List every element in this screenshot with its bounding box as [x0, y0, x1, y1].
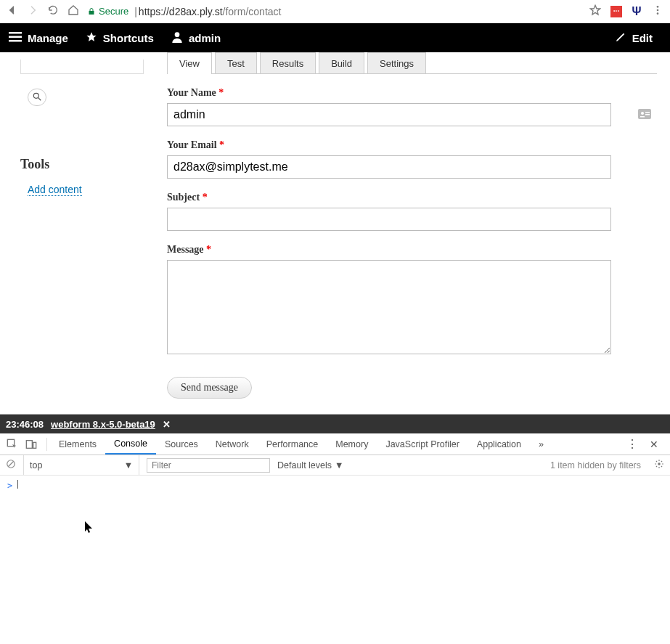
devtools-titlebar: 23:46:08 webform 8.x-5.0-beta19 ✕	[0, 415, 670, 433]
svg-line-9	[38, 97, 41, 100]
svg-point-3	[657, 12, 659, 15]
edit-label: Edit	[632, 32, 653, 44]
user-label: admin	[189, 32, 221, 44]
forward-icon[interactable]	[26, 4, 39, 19]
search-icon	[32, 91, 42, 104]
secure-label: Secure	[99, 6, 128, 17]
svg-point-11	[641, 112, 644, 115]
subject-label: Subject *	[167, 192, 657, 203]
back-icon[interactable]	[6, 4, 19, 19]
console-filter-input[interactable]	[147, 458, 270, 473]
sidebar: Tools Add content	[0, 52, 152, 399]
devtools-tab-more-icon[interactable]: »	[530, 433, 552, 455]
clear-console-icon[interactable]	[6, 459, 16, 471]
devtools-title-close-icon[interactable]: ✕	[163, 419, 171, 430]
subject-field[interactable]	[167, 208, 611, 231]
tab-bar: View Test Results Build Settings	[167, 52, 657, 74]
email-field[interactable]	[167, 155, 611, 179]
address-bar[interactable]: Secure | https://d28ax.ply.st/form/conta…	[87, 6, 581, 17]
devtools-tab-performance[interactable]: Performance	[258, 433, 327, 455]
user-menu[interactable]: admin	[163, 23, 229, 52]
svg-rect-0	[89, 11, 94, 15]
message-label: Message *	[167, 244, 657, 256]
svg-point-2	[657, 9, 659, 11]
devtools-close-icon[interactable]: ✕	[644, 439, 664, 450]
cursor-icon	[85, 521, 95, 537]
extension-psi-icon[interactable]: Ψ	[631, 6, 642, 17]
svg-line-19	[9, 462, 14, 467]
contact-card-icon	[638, 109, 651, 121]
inspect-icon[interactable]	[6, 438, 19, 451]
devtools-tab-memory[interactable]: Memory	[327, 433, 377, 455]
extension-red-icon[interactable]: ···	[610, 6, 622, 17]
tab-test[interactable]: Test	[215, 52, 257, 73]
star-filled-icon	[86, 31, 97, 45]
devtools-tab-application[interactable]: Application	[468, 433, 530, 455]
context-selector[interactable]: top ▼	[23, 455, 139, 475]
send-message-button[interactable]: Send message	[167, 377, 252, 399]
manage-label: Manage	[28, 32, 68, 44]
pencil-icon	[615, 31, 626, 45]
svg-rect-4	[9, 32, 22, 34]
admin-toolbar: Manage Shortcuts admin Edit	[0, 23, 670, 52]
svg-point-20	[658, 462, 661, 465]
console-settings-icon[interactable]	[654, 459, 664, 471]
svg-rect-14	[640, 116, 645, 118]
chevron-down-icon: ▼	[335, 460, 343, 470]
edit-button[interactable]: Edit	[606, 23, 661, 52]
tab-view[interactable]: View	[167, 52, 212, 74]
devtools-tab-jsprofiler[interactable]: JavaScript Profiler	[377, 433, 467, 455]
name-field[interactable]	[167, 103, 611, 126]
svg-point-1	[657, 6, 659, 8]
url-host: https://d28ax.ply.st	[139, 6, 223, 17]
console-output[interactable]: >	[0, 476, 670, 644]
menu-dots-icon[interactable]	[651, 4, 664, 19]
log-levels-selector[interactable]: Default levels ▼	[277, 460, 343, 470]
devtools-tab-sources[interactable]: Sources	[156, 433, 207, 455]
star-icon[interactable]	[589, 4, 602, 19]
message-field[interactable]	[167, 260, 611, 354]
svg-point-8	[33, 93, 38, 98]
devtools-tab-network[interactable]: Network	[207, 433, 258, 455]
svg-rect-5	[9, 36, 22, 38]
levels-label: Default levels	[277, 460, 332, 470]
hamburger-icon	[9, 32, 22, 44]
svg-rect-16	[26, 440, 32, 448]
main-content: View Test Results Build Settings Your Na…	[152, 52, 670, 399]
add-content-link[interactable]: Add content	[28, 184, 82, 196]
svg-point-7	[175, 32, 180, 37]
console-prompt: >	[7, 481, 12, 491]
search-field-collapsed[interactable]	[20, 60, 144, 74]
hidden-items-note: 1 item hidden by filters	[550, 460, 641, 470]
name-label: Your Name *	[167, 87, 657, 99]
devtools-panel: 23:46:08 webform 8.x-5.0-beta19 ✕ Elemen…	[0, 414, 670, 644]
devtools-filterbar: top ▼ Default levels ▼ 1 item hidden by …	[0, 455, 670, 476]
manage-button[interactable]: Manage	[9, 23, 77, 52]
svg-rect-17	[33, 442, 36, 448]
url-path: /form/contact	[223, 6, 282, 17]
devtools-title: webform 8.x-5.0-beta19	[51, 419, 155, 430]
devtools-tab-console[interactable]: Console	[105, 433, 156, 455]
tab-build[interactable]: Build	[319, 52, 364, 73]
shortcuts-label: Shortcuts	[103, 32, 154, 44]
tools-heading: Tools	[20, 157, 139, 172]
devtools-menu-icon[interactable]: ⋮	[621, 437, 644, 451]
svg-rect-13	[645, 114, 650, 115]
devtools-time: 23:46:08	[6, 419, 44, 430]
user-icon	[171, 30, 183, 46]
devtools-tab-elements[interactable]: Elements	[50, 433, 105, 455]
search-button[interactable]	[28, 89, 46, 106]
chevron-down-icon: ▼	[124, 460, 133, 470]
reload-icon[interactable]	[46, 4, 60, 19]
home-icon[interactable]	[67, 4, 80, 19]
secure-badge: Secure	[87, 6, 128, 17]
browser-toolbar: Secure | https://d28ax.ply.st/form/conta…	[0, 0, 670, 23]
tab-settings[interactable]: Settings	[367, 52, 426, 73]
email-label: Your Email *	[167, 139, 657, 151]
shortcuts-button[interactable]: Shortcuts	[77, 23, 163, 52]
device-icon[interactable]	[25, 438, 38, 451]
svg-rect-12	[645, 112, 650, 113]
svg-rect-6	[9, 40, 22, 42]
context-label: top	[30, 460, 42, 470]
tab-results[interactable]: Results	[260, 52, 316, 73]
